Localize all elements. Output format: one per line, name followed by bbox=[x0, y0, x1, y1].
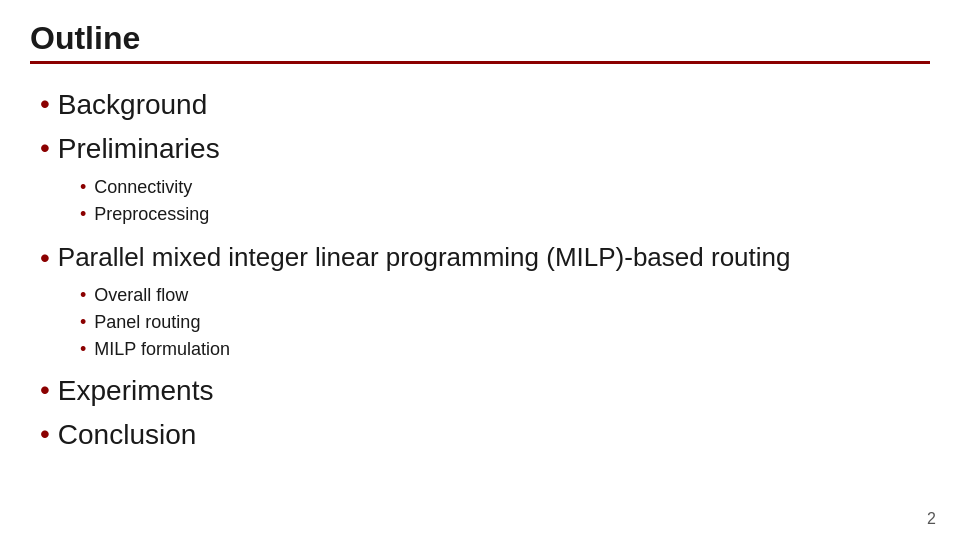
bullet-icon: • bbox=[40, 420, 50, 448]
list-item: • MILP formulation bbox=[80, 337, 930, 362]
content-area: • Background • Preliminaries • Connectiv… bbox=[30, 88, 930, 456]
list-item: • Preliminaries bbox=[40, 132, 930, 166]
sub-item-label: MILP formulation bbox=[94, 337, 230, 362]
title-section: Outline bbox=[30, 20, 930, 80]
list-item: • Experiments bbox=[40, 374, 930, 408]
page-number: 2 bbox=[927, 510, 936, 528]
item-label: Preliminaries bbox=[58, 132, 220, 166]
title-underline bbox=[30, 61, 930, 64]
slide: Outline • Background • Preliminaries • C… bbox=[0, 0, 960, 540]
item-label: Parallel mixed integer linear programmin… bbox=[58, 242, 791, 273]
item-label: Experiments bbox=[58, 374, 214, 408]
sub-items-preliminaries: • Connectivity • Preprocessing bbox=[40, 175, 930, 227]
list-item: • Connectivity bbox=[80, 175, 930, 200]
list-item: • Parallel mixed integer linear programm… bbox=[40, 242, 930, 273]
sub-item-label: Overall flow bbox=[94, 283, 188, 308]
bullet-icon: • bbox=[40, 376, 50, 404]
bullet-icon: • bbox=[40, 134, 50, 162]
list-item: • Panel routing bbox=[80, 310, 930, 335]
list-item: • Conclusion bbox=[40, 418, 930, 452]
list-item: • Background bbox=[40, 88, 930, 122]
item-label: Background bbox=[58, 88, 207, 122]
sub-items-milp: • Overall flow • Panel routing • MILP fo… bbox=[40, 283, 930, 363]
bullet-icon: • bbox=[40, 244, 50, 272]
sub-item-label: Preprocessing bbox=[94, 202, 209, 227]
item-label: Conclusion bbox=[58, 418, 197, 452]
sub-item-label: Connectivity bbox=[94, 175, 192, 200]
bullet-icon: • bbox=[40, 90, 50, 118]
sub-bullet-icon: • bbox=[80, 175, 86, 200]
sub-bullet-icon: • bbox=[80, 310, 86, 335]
sub-bullet-icon: • bbox=[80, 337, 86, 362]
list-item: • Preprocessing bbox=[80, 202, 930, 227]
slide-title: Outline bbox=[30, 20, 930, 57]
sub-bullet-icon: • bbox=[80, 202, 86, 227]
sub-item-label: Panel routing bbox=[94, 310, 200, 335]
list-item: • Overall flow bbox=[80, 283, 930, 308]
sub-bullet-icon: • bbox=[80, 283, 86, 308]
